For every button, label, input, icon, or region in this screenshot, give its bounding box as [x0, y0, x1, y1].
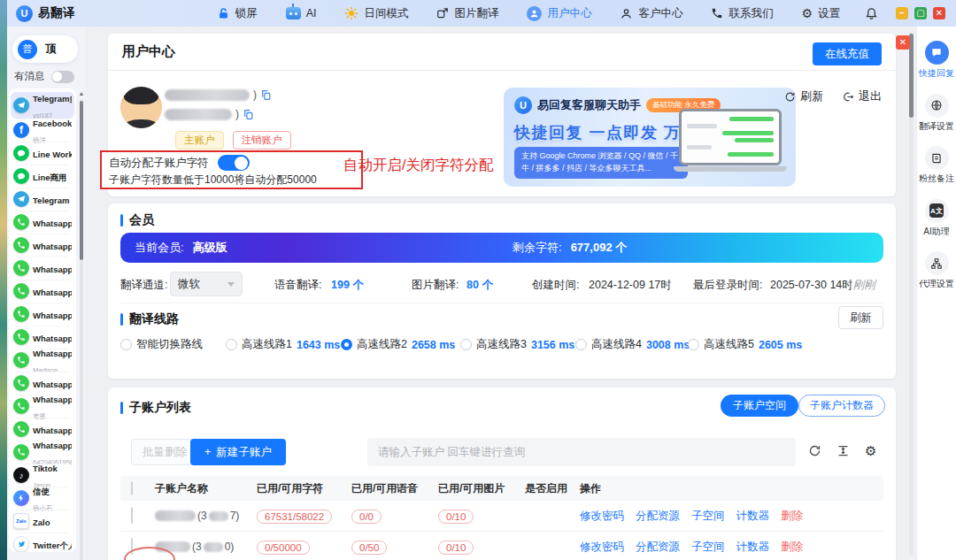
account-item-whatsapp-madison[interactable]: Whatsapp 多... Madison	[11, 349, 74, 372]
auto-assign-description: 子账户字符数量低于10000将自动分配50000	[109, 173, 354, 188]
image-translate-icon	[436, 7, 449, 19]
change-password-link[interactable]: 修改密码	[580, 540, 624, 555]
refresh-session-button[interactable]: 刷新	[784, 88, 823, 104]
account-item-whatsapp3[interactable]: Whatsapp3	[11, 257, 74, 280]
account-item-zalo[interactable]: Zalo Zalo	[11, 510, 74, 533]
line-option-5[interactable]: 高速线路5 2605 ms	[688, 337, 802, 352]
nav-notifications[interactable]	[854, 7, 889, 20]
row-checkbox[interactable]	[131, 507, 133, 524]
account-item-line-biz[interactable]: Line商用	[11, 165, 74, 188]
line-option-3[interactable]: 高速线路3 3156 ms	[460, 337, 574, 352]
membership-section-title: 会员	[129, 212, 154, 228]
account-item-whatsapp1[interactable]: Whatsapp1	[11, 211, 74, 234]
rail-fan-notes[interactable]: 粉丝备注	[917, 146, 956, 184]
redacted-account-id	[165, 109, 232, 120]
rail-proxy-settings[interactable]: 代理设置	[917, 251, 956, 289]
batch-delete-button[interactable]: 批量删除	[131, 439, 198, 465]
cancel-account-badge[interactable]: 注销账户	[233, 131, 291, 150]
counter-link[interactable]: 计数器	[736, 540, 770, 555]
pin-top-card[interactable]: 普 顶	[12, 35, 78, 63]
rail-ai-assistant[interactable]: A文 AI助理	[917, 199, 956, 237]
account-item-line-work[interactable]: Line Work	[11, 142, 74, 165]
close-button[interactable]: ✕	[933, 7, 945, 19]
account-item-whatsapp3b[interactable]: Whatsapp3	[11, 280, 74, 303]
change-password-link[interactable]: 修改密码	[580, 509, 624, 524]
minimize-button[interactable]: −	[896, 7, 908, 19]
refresh-table-icon[interactable]	[808, 444, 821, 457]
nav-lock-screen[interactable]: 锁屏	[203, 6, 272, 21]
copy-icon[interactable]	[260, 89, 272, 101]
facebook-icon: f	[13, 122, 29, 138]
sub-space-link[interactable]: 子空间	[691, 509, 725, 524]
line-option-4[interactable]: 高速线路4 3008 ms	[575, 337, 690, 352]
account-item-facebook[interactable]: f Facebook 杨洋	[11, 119, 74, 142]
whatsapp-icon	[13, 444, 29, 460]
panel-close-button[interactable]: ✕	[896, 35, 910, 50]
rail-quick-reply[interactable]: 快捷回复	[917, 41, 956, 79]
rail-translate-settings[interactable]: 翻译设置	[917, 94, 956, 132]
account-item-twitter[interactable]: Twitter个人	[11, 533, 74, 552]
row-density-icon[interactable]	[836, 444, 850, 457]
whatsapp-icon	[13, 375, 29, 391]
scroll-up-icon[interactable]: ▲	[78, 90, 85, 97]
laptop-illustration	[674, 109, 787, 172]
nav-settings[interactable]: ⚙ 设置	[787, 6, 854, 21]
delete-link[interactable]: 删除	[781, 509, 803, 524]
account-item-whatsapp-e[interactable]: Whatsapp 多... 老婆	[11, 395, 74, 418]
table-row: (3 0) 0/50000 0/50 0/10 修改密码 分配资源 子空间 计数…	[120, 532, 883, 560]
app-window: U 易翻译 锁屏 AI 日间模式 图片翻译	[7, 0, 956, 560]
whatsapp-icon	[13, 352, 29, 368]
radio-icon	[460, 339, 472, 350]
promo-banner[interactable]: U 易回复客服聊天助手 基础功能 永久免费 快捷回复 一点即发 万能吸附 支持 …	[504, 88, 796, 187]
image-usage-badge: 0/10	[438, 510, 474, 524]
nav-customer-center[interactable]: 客户中心	[605, 6, 697, 21]
subaccount-counter-button[interactable]: 子账户计数器	[798, 395, 885, 417]
lock-icon	[217, 7, 230, 20]
copy-icon[interactable]	[243, 109, 254, 120]
counter-link[interactable]: 计数器	[736, 509, 770, 524]
assign-resources-link[interactable]: 分配资源	[636, 509, 680, 524]
scrollbar-thumb[interactable]	[80, 101, 83, 260]
nav-user-center[interactable]: 用户中心	[513, 6, 605, 21]
line-option-smart[interactable]: 智能切换路线	[120, 337, 203, 352]
account-item-telegram-z[interactable]: Telegram Z	[11, 188, 74, 211]
account-item-whatsapp5[interactable]: Whatsapp5	[11, 303, 74, 326]
zalo-icon: Zalo	[13, 513, 29, 529]
refresh-lines-button[interactable]: 刷新	[838, 306, 883, 329]
subaccount-space-button[interactable]: 子账户空间	[721, 395, 798, 417]
subaccount-search-input[interactable]	[367, 438, 796, 466]
current-member-label: 当前会员:	[135, 240, 184, 256]
main-scrollbar[interactable]	[909, 32, 914, 556]
whatsapp-icon	[13, 329, 29, 345]
new-subaccount-button[interactable]: + 新建子账户	[190, 439, 286, 465]
radio-selected-icon	[341, 339, 352, 350]
select-all-checkbox[interactable]	[131, 481, 133, 495]
maximize-button[interactable]: ▢	[914, 7, 927, 19]
radio-icon	[688, 339, 699, 350]
account-item-whatsapp2[interactable]: Whatsapp2	[11, 234, 74, 257]
has-message-toggle[interactable]	[51, 71, 74, 83]
nav-image-translate[interactable]: 图片翻译	[422, 6, 513, 21]
nav-contact-us[interactable]: 联系我们	[697, 6, 787, 21]
online-recharge-button[interactable]: 在线充值	[813, 42, 882, 65]
auto-assign-annotation-box: 自动分配子账户字符 子账户字符数量低于10000将自动分配50000	[100, 150, 363, 189]
sidebar-scrollbar[interactable]: ▲ ▼	[78, 90, 85, 560]
translate-channel-select[interactable]: 微软	[170, 272, 243, 296]
assign-resources-link[interactable]: 分配资源	[636, 540, 680, 555]
auto-assign-toggle[interactable]	[218, 155, 250, 171]
main-account-badge: 主账户	[175, 131, 224, 150]
nav-ai[interactable]: AI	[272, 7, 331, 19]
delete-link[interactable]: 删除	[781, 540, 803, 555]
promo-support-text: 支持 Google Chrome 浏览器 / QQ / 微信 / 千牛 / 拼多…	[514, 147, 688, 179]
line-option-2-selected[interactable]: 高速线路2 2658 ms	[341, 337, 455, 352]
line-option-1[interactable]: 高速线路1 1643 ms	[226, 337, 340, 352]
sub-space-link[interactable]: 子空间	[691, 540, 725, 555]
table-settings-icon[interactable]: ⚙	[865, 444, 876, 457]
voice-usage-badge: 0/0	[351, 510, 382, 524]
nav-day-mode[interactable]: 日间模式	[330, 6, 422, 21]
logout-button[interactable]: 退出	[843, 88, 882, 104]
radio-icon	[120, 339, 132, 350]
account-item-messenger[interactable]: 信使 杨小石	[11, 487, 74, 510]
translate-settings-icon	[925, 94, 949, 118]
has-message-label: 有消息	[14, 70, 45, 83]
